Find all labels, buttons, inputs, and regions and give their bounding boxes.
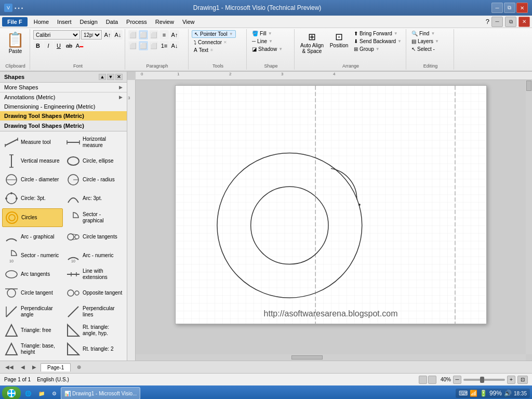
shape-opposite-tangent[interactable]: Opposite tangent xyxy=(64,284,125,302)
group-btn[interactable]: ⊞ Group ▼ xyxy=(352,46,404,52)
ribbon-restore-btn[interactable]: ⧉ xyxy=(505,17,516,27)
taskbar-visio-btn[interactable]: 📊 Drawing1 - Microsoft Visio... xyxy=(61,387,140,399)
font-size-select[interactable]: 12pt xyxy=(81,30,102,39)
sidebar-down-btn[interactable]: ▼ xyxy=(107,74,114,80)
shape-circle-3pt[interactable]: Circle: 3pt. xyxy=(2,190,63,207)
shape-sector-numeric[interactable]: 10 Sector - numeric xyxy=(2,247,63,264)
list-btn[interactable]: ≡ xyxy=(159,30,169,39)
menu-design[interactable]: Design xyxy=(76,18,102,26)
shape-triangle-bh[interactable]: Triangle: base, height xyxy=(2,340,63,358)
page-add-btn[interactable]: ⊕ xyxy=(74,363,84,371)
shape-horizontal-measure[interactable]: Horizontal measure xyxy=(64,134,125,151)
shape-perp-angle[interactable]: Perpendicular angle xyxy=(2,303,63,321)
numbered-list-btn[interactable]: 1≡ xyxy=(159,41,169,50)
shapes-scroll-area[interactable]: Measure tool Horizontal measure Vertical… xyxy=(0,131,127,361)
position-btn[interactable]: ⊡ Position xyxy=(327,30,351,49)
shadow-btn[interactable]: ◪ Shadow ▼ xyxy=(250,46,285,52)
send-backward-btn[interactable]: ⬇ Send Backward ▼ xyxy=(352,38,404,45)
font-color-btn[interactable]: A▬ xyxy=(75,41,84,50)
bold-btn[interactable]: B xyxy=(33,41,43,50)
zoom-page-btn[interactable]: ⊡ xyxy=(517,376,528,384)
scrollbar-vertical[interactable] xyxy=(526,80,532,354)
line-btn[interactable]: ─ Line ▼ xyxy=(250,38,275,45)
scrollbar-horizontal[interactable] xyxy=(136,354,526,361)
increase-font-btn[interactable]: A↑ xyxy=(103,30,112,39)
canvas-container[interactable]: http://asoftwaresarena.blogspot.com xyxy=(136,80,526,354)
shape-arc-tangents[interactable]: Arc tangents xyxy=(2,265,63,283)
ribbon-close-btn[interactable]: ✕ xyxy=(518,17,530,27)
font-name-select[interactable]: Calibri xyxy=(33,30,80,39)
paste-btn[interactable]: 📋 Paste xyxy=(3,30,28,55)
strikethrough-btn[interactable]: ab xyxy=(64,41,74,50)
menu-insert[interactable]: Insert xyxy=(53,18,76,26)
shape-arc-graphical[interactable]: Arc - graphical xyxy=(2,228,63,246)
italic-btn[interactable]: I xyxy=(44,41,53,50)
minimize-btn[interactable]: ─ xyxy=(491,3,503,13)
fill-btn[interactable]: 🪣 Fill ▼ xyxy=(250,30,274,37)
shape-vertical-measure[interactable]: Vertical measure xyxy=(2,152,63,170)
shape-circle-tangents[interactable]: Circle tangents xyxy=(64,228,125,246)
page-back-btn[interactable]: ◀ xyxy=(18,363,28,371)
underline-btn[interactable]: U xyxy=(54,41,63,50)
shape-arc-3pt[interactable]: Arc: 3pt. xyxy=(64,190,125,207)
shape-perp-lines[interactable]: Perpendicular lines xyxy=(64,303,125,321)
category-dimensioning[interactable]: Dimensioning - Engineering (Metric) xyxy=(0,102,127,111)
align-top-center-btn[interactable]: ⬜ xyxy=(139,30,148,39)
restore-btn[interactable]: ⧉ xyxy=(504,3,515,13)
align-mid-left-btn[interactable]: ⬜ xyxy=(128,41,138,50)
zoom-thumb[interactable] xyxy=(480,377,484,383)
menu-review[interactable]: Review xyxy=(151,18,178,26)
taskbar-ie-btn[interactable]: 🌐 xyxy=(22,387,34,399)
auto-align-btn[interactable]: ⊞ Auto Align & Space xyxy=(298,30,326,55)
taskbar-explorer-btn[interactable]: 📁 xyxy=(35,387,48,399)
outdent-btn[interactable]: A↓ xyxy=(170,41,179,50)
zoom-slider[interactable] xyxy=(463,379,505,381)
align-top-right-btn[interactable]: ⬜ xyxy=(149,30,158,39)
connector-btn[interactable]: ⤵ Connector ✕ xyxy=(192,39,229,46)
shape-rt-triangle-ah[interactable]: Rt. triangle: angle, hyp. xyxy=(64,322,125,339)
scrollbar-v-thumb[interactable] xyxy=(526,81,531,91)
bring-forward-btn[interactable]: ⬆ Bring Forward ▼ xyxy=(352,30,404,37)
shape-circle-tangent[interactable]: Circle tangent xyxy=(2,284,63,302)
shape-measure-tool[interactable]: Measure tool xyxy=(2,134,63,151)
view-icon-2[interactable] xyxy=(428,376,436,384)
view-icon-1[interactable] xyxy=(419,376,427,384)
shape-line-extensions[interactable]: Line with extensions xyxy=(64,265,125,283)
file-menu-btn[interactable]: File F xyxy=(2,17,28,26)
menu-data[interactable]: Data xyxy=(102,18,122,26)
page-prev-btn[interactable]: ◀◀ xyxy=(2,363,17,371)
page-next-btn[interactable]: ▶ xyxy=(29,363,39,371)
align-mid-center-btn[interactable]: ⬜ xyxy=(139,41,148,50)
shape-circle-radius[interactable]: Circle - radius xyxy=(64,171,125,189)
ribbon-minimize-btn[interactable]: ─ xyxy=(491,17,503,27)
category-annotations[interactable]: Annotations (Metric) ▶ xyxy=(0,92,127,102)
taskbar-apps-btn[interactable]: ⚙ xyxy=(49,387,60,399)
sidebar-up-btn[interactable]: ▲ xyxy=(99,74,106,80)
scrollbar-h-thumb[interactable] xyxy=(291,355,323,360)
menu-view[interactable]: View xyxy=(178,18,199,26)
text-btn[interactable]: A Text ✳ xyxy=(192,47,216,54)
shape-sector-graphical[interactable]: Sector - graphical xyxy=(64,208,125,227)
shape-triangle-free[interactable]: Triangle: free xyxy=(2,322,63,339)
align-mid-right-btn[interactable]: ⬜ xyxy=(149,41,158,50)
shape-arc-numeric[interactable]: 10 Arc - numeric xyxy=(64,247,125,264)
category-drawing-tools[interactable]: Drawing Tool Shapes (Metric) xyxy=(0,111,127,121)
help-icon[interactable]: ? xyxy=(486,18,489,25)
indent-btn[interactable]: A↑ xyxy=(170,30,179,39)
canvas-area[interactable]: 0 1 2 3 4 3 xyxy=(127,72,532,361)
shape-circle-ellipse[interactable]: Circle, ellipse xyxy=(64,152,125,170)
shape-circle-diameter[interactable]: Circle - diameter xyxy=(2,171,63,189)
close-btn[interactable]: ✕ xyxy=(516,3,528,13)
more-shapes-item[interactable]: More Shapes ▶ xyxy=(0,83,127,92)
menu-process[interactable]: Process xyxy=(122,18,151,26)
zoom-in-btn[interactable]: + xyxy=(507,376,515,384)
shape-rt-triangle-2[interactable]: Rt. triangle: 2 xyxy=(64,340,125,358)
canvas-paper[interactable]: http://asoftwaresarena.blogspot.com xyxy=(175,85,487,324)
layers-btn[interactable]: ▤ Layers ▼ xyxy=(409,38,441,45)
select-btn[interactable]: ↖ Select - xyxy=(409,46,437,52)
zoom-out-btn[interactable]: ─ xyxy=(453,376,461,384)
pointer-tool-btn[interactable]: ↖ Pointer Tool ▼ xyxy=(192,30,236,38)
decrease-font-btn[interactable]: A↓ xyxy=(113,30,123,39)
page-tab-1[interactable]: Page-1 xyxy=(41,363,71,371)
align-top-left-btn[interactable]: ⬜ xyxy=(128,30,138,39)
